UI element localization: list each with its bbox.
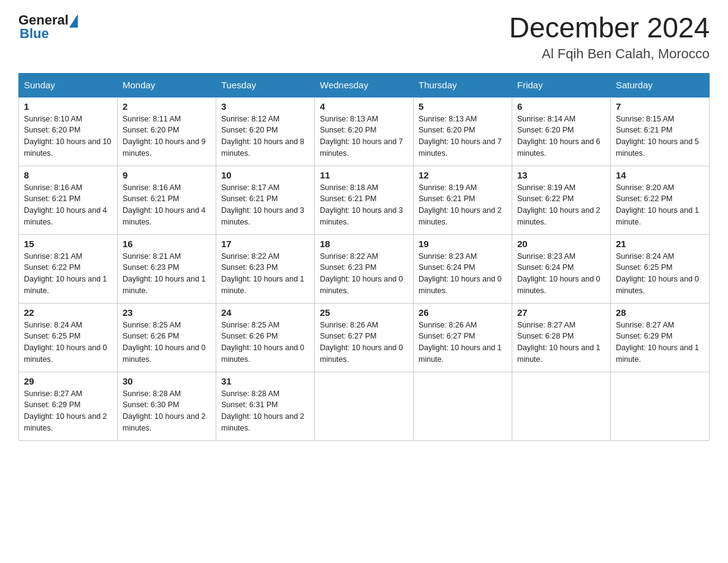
- day-info: Sunrise: 8:27 AMSunset: 6:28 PMDaylight:…: [517, 320, 605, 366]
- header-sunday: Sunday: [19, 73, 118, 97]
- day-number: 13: [517, 170, 605, 180]
- day-number: 2: [123, 101, 211, 112]
- header-tuesday: Tuesday: [216, 73, 315, 97]
- day-info: Sunrise: 8:16 AMSunset: 6:21 PMDaylight:…: [123, 182, 211, 228]
- calendar-week-row: 8Sunrise: 8:16 AMSunset: 6:21 PMDaylight…: [19, 166, 710, 234]
- day-info: Sunrise: 8:17 AMSunset: 6:21 PMDaylight:…: [221, 182, 309, 228]
- day-number: 23: [123, 307, 211, 318]
- day-number: 28: [616, 307, 704, 318]
- day-number: 10: [221, 170, 309, 180]
- calendar-day-cell: 12Sunrise: 8:19 AMSunset: 6:21 PMDayligh…: [414, 166, 512, 234]
- day-info: Sunrise: 8:27 AMSunset: 6:29 PMDaylight:…: [616, 320, 704, 366]
- day-number: 19: [419, 239, 507, 249]
- calendar-day-cell: [315, 372, 414, 440]
- day-number: 15: [24, 239, 112, 249]
- day-number: 30: [123, 376, 211, 386]
- day-number: 6: [517, 101, 605, 112]
- day-info: Sunrise: 8:23 AMSunset: 6:24 PMDaylight:…: [517, 251, 605, 297]
- day-info: Sunrise: 8:13 AMSunset: 6:20 PMDaylight:…: [419, 113, 507, 159]
- day-info: Sunrise: 8:27 AMSunset: 6:29 PMDaylight:…: [24, 388, 112, 434]
- calendar-day-cell: 20Sunrise: 8:23 AMSunset: 6:24 PMDayligh…: [512, 234, 611, 303]
- title-area: December 2024 Al Fqih Ben Calah, Morocco: [509, 12, 710, 62]
- calendar-day-cell: 21Sunrise: 8:24 AMSunset: 6:25 PMDayligh…: [611, 234, 710, 303]
- day-number: 3: [221, 101, 309, 112]
- calendar-day-cell: 6Sunrise: 8:14 AMSunset: 6:20 PMDaylight…: [512, 97, 611, 166]
- location-title: Al Fqih Ben Calah, Morocco: [509, 46, 710, 62]
- day-number: 17: [221, 239, 309, 249]
- day-info: Sunrise: 8:26 AMSunset: 6:27 PMDaylight:…: [320, 320, 408, 366]
- day-number: 1: [24, 101, 112, 112]
- month-title: December 2024: [509, 12, 710, 44]
- day-number: 14: [616, 170, 704, 180]
- calendar-day-cell: 9Sunrise: 8:16 AMSunset: 6:21 PMDaylight…: [118, 166, 216, 234]
- day-number: 25: [320, 307, 408, 318]
- calendar-week-row: 15Sunrise: 8:21 AMSunset: 6:22 PMDayligh…: [19, 234, 710, 303]
- day-number: 31: [221, 376, 309, 386]
- day-number: 9: [123, 170, 211, 180]
- calendar-day-cell: 16Sunrise: 8:21 AMSunset: 6:23 PMDayligh…: [118, 234, 216, 303]
- calendar-day-cell: 18Sunrise: 8:22 AMSunset: 6:23 PMDayligh…: [315, 234, 414, 303]
- calendar-day-cell: 10Sunrise: 8:17 AMSunset: 6:21 PMDayligh…: [216, 166, 315, 234]
- calendar-day-cell: 4Sunrise: 8:13 AMSunset: 6:20 PMDaylight…: [315, 97, 414, 166]
- calendar-day-cell: 25Sunrise: 8:26 AMSunset: 6:27 PMDayligh…: [315, 303, 414, 372]
- logo-blue-text: Blue: [18, 26, 49, 42]
- calendar-day-cell: 27Sunrise: 8:27 AMSunset: 6:28 PMDayligh…: [512, 303, 611, 372]
- day-info: Sunrise: 8:19 AMSunset: 6:22 PMDaylight:…: [517, 182, 605, 228]
- calendar-day-cell: 3Sunrise: 8:12 AMSunset: 6:20 PMDaylight…: [216, 97, 315, 166]
- calendar-day-cell: 19Sunrise: 8:23 AMSunset: 6:24 PMDayligh…: [414, 234, 512, 303]
- calendar-day-cell: 17Sunrise: 8:22 AMSunset: 6:23 PMDayligh…: [216, 234, 315, 303]
- calendar-week-row: 1Sunrise: 8:10 AMSunset: 6:20 PMDaylight…: [19, 97, 710, 166]
- day-number: 7: [616, 101, 704, 112]
- logo-arrow-icon: [69, 14, 78, 28]
- header-monday: Monday: [118, 73, 216, 97]
- day-info: Sunrise: 8:25 AMSunset: 6:26 PMDaylight:…: [221, 320, 309, 366]
- calendar-day-cell: 23Sunrise: 8:25 AMSunset: 6:26 PMDayligh…: [118, 303, 216, 372]
- calendar-day-cell: 13Sunrise: 8:19 AMSunset: 6:22 PMDayligh…: [512, 166, 611, 234]
- day-info: Sunrise: 8:20 AMSunset: 6:22 PMDaylight:…: [616, 182, 704, 228]
- calendar-day-cell: [611, 372, 710, 440]
- day-number: 24: [221, 307, 309, 318]
- day-number: 26: [419, 307, 507, 318]
- day-info: Sunrise: 8:24 AMSunset: 6:25 PMDaylight:…: [616, 251, 704, 297]
- calendar-day-cell: [512, 372, 611, 440]
- calendar-day-cell: 31Sunrise: 8:28 AMSunset: 6:31 PMDayligh…: [216, 372, 315, 440]
- day-info: Sunrise: 8:21 AMSunset: 6:23 PMDaylight:…: [123, 251, 211, 297]
- logo: General Blue: [18, 12, 78, 42]
- calendar-day-cell: 30Sunrise: 8:28 AMSunset: 6:30 PMDayligh…: [118, 372, 216, 440]
- calendar-day-cell: 11Sunrise: 8:18 AMSunset: 6:21 PMDayligh…: [315, 166, 414, 234]
- calendar-day-cell: [414, 372, 512, 440]
- calendar-day-cell: 5Sunrise: 8:13 AMSunset: 6:20 PMDaylight…: [414, 97, 512, 166]
- calendar-day-cell: 24Sunrise: 8:25 AMSunset: 6:26 PMDayligh…: [216, 303, 315, 372]
- day-info: Sunrise: 8:23 AMSunset: 6:24 PMDaylight:…: [419, 251, 507, 297]
- calendar-day-cell: 22Sunrise: 8:24 AMSunset: 6:25 PMDayligh…: [19, 303, 118, 372]
- day-info: Sunrise: 8:15 AMSunset: 6:21 PMDaylight:…: [616, 113, 704, 159]
- day-info: Sunrise: 8:22 AMSunset: 6:23 PMDaylight:…: [221, 251, 309, 297]
- day-number: 21: [616, 239, 704, 249]
- weekday-header-row: Sunday Monday Tuesday Wednesday Thursday…: [19, 73, 710, 97]
- day-info: Sunrise: 8:26 AMSunset: 6:27 PMDaylight:…: [419, 320, 507, 366]
- calendar-day-cell: 14Sunrise: 8:20 AMSunset: 6:22 PMDayligh…: [611, 166, 710, 234]
- day-number: 16: [123, 239, 211, 249]
- day-info: Sunrise: 8:28 AMSunset: 6:31 PMDaylight:…: [221, 388, 309, 434]
- calendar-day-cell: 29Sunrise: 8:27 AMSunset: 6:29 PMDayligh…: [19, 372, 118, 440]
- day-info: Sunrise: 8:10 AMSunset: 6:20 PMDaylight:…: [24, 113, 112, 159]
- day-info: Sunrise: 8:24 AMSunset: 6:25 PMDaylight:…: [24, 320, 112, 366]
- day-info: Sunrise: 8:21 AMSunset: 6:22 PMDaylight:…: [24, 251, 112, 297]
- calendar-day-cell: 15Sunrise: 8:21 AMSunset: 6:22 PMDayligh…: [19, 234, 118, 303]
- calendar-table: Sunday Monday Tuesday Wednesday Thursday…: [18, 73, 710, 441]
- calendar-day-cell: 8Sunrise: 8:16 AMSunset: 6:21 PMDaylight…: [19, 166, 118, 234]
- day-number: 22: [24, 307, 112, 318]
- header-wednesday: Wednesday: [315, 73, 414, 97]
- day-number: 18: [320, 239, 408, 249]
- day-number: 29: [24, 376, 112, 386]
- day-number: 11: [320, 170, 408, 180]
- header-saturday: Saturday: [611, 73, 710, 97]
- calendar-week-row: 22Sunrise: 8:24 AMSunset: 6:25 PMDayligh…: [19, 303, 710, 372]
- calendar-day-cell: 1Sunrise: 8:10 AMSunset: 6:20 PMDaylight…: [19, 97, 118, 166]
- calendar-day-cell: 28Sunrise: 8:27 AMSunset: 6:29 PMDayligh…: [611, 303, 710, 372]
- day-info: Sunrise: 8:28 AMSunset: 6:30 PMDaylight:…: [123, 388, 211, 434]
- day-info: Sunrise: 8:22 AMSunset: 6:23 PMDaylight:…: [320, 251, 408, 297]
- day-number: 27: [517, 307, 605, 318]
- day-info: Sunrise: 8:11 AMSunset: 6:20 PMDaylight:…: [123, 113, 211, 159]
- calendar-week-row: 29Sunrise: 8:27 AMSunset: 6:29 PMDayligh…: [19, 372, 710, 440]
